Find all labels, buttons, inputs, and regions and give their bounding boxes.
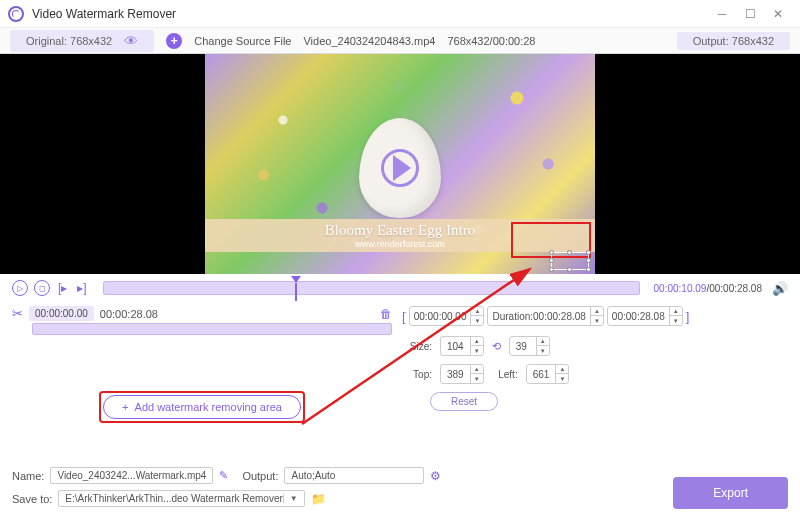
step-up[interactable]: ▲ [591, 307, 603, 316]
volume-icon[interactable]: 🔊 [772, 281, 788, 296]
change-source-button[interactable]: Change Source File [194, 35, 291, 47]
segment-row: ✂ 00:00:00.00 00:00:28.08 🗑 [12, 306, 392, 321]
file-meta: 768x432/00:00:28 [447, 35, 535, 47]
resize-handle[interactable] [586, 258, 591, 263]
current-filename: Video_240324204843.mp4 [303, 35, 435, 47]
current-time: 00:00:10.09 [654, 283, 707, 294]
segment-end-time: 00:00:28.08 [100, 308, 158, 320]
top-input[interactable]: 389 ▲▼ [440, 364, 484, 384]
add-watermark-area-button[interactable]: + Add watermark removing area [103, 395, 301, 419]
trim-duration-input[interactable]: Duration:00:00:28.08 ▲▼ [487, 306, 603, 326]
trim-start-input[interactable]: 00:00:00.00 ▲▼ [409, 306, 485, 326]
step-up[interactable]: ▲ [471, 307, 483, 316]
reset-button[interactable]: Reset [430, 392, 498, 411]
left-input[interactable]: 661 ▲▼ [526, 364, 570, 384]
plus-icon: + [122, 401, 128, 413]
segment-bar[interactable] [32, 323, 392, 335]
playhead[interactable] [291, 276, 301, 283]
resize-handle[interactable] [586, 267, 591, 272]
watermark-selection[interactable] [551, 252, 589, 270]
titlebar: Video Watermark Remover ─ ☐ ✕ [0, 0, 800, 28]
export-button[interactable]: Export [673, 477, 788, 509]
top-label: Top: [402, 369, 432, 380]
trim-end-input[interactable]: 00:00:28.08 ▲▼ [607, 306, 683, 326]
step-down[interactable]: ▼ [591, 316, 603, 325]
resize-handle[interactable] [586, 250, 591, 255]
save-path-dropdown[interactable]: E:\ArkThinker\ArkThin...deo Watermark Re… [58, 490, 304, 507]
original-resolution-label: Original: 768x432 [26, 35, 112, 47]
output-settings-icon[interactable]: ⚙ [430, 469, 441, 483]
delete-segment-button[interactable]: 🗑 [380, 307, 392, 321]
footer-controls: Name: Video_2403242...Watermark.mp4 ✎ Ou… [12, 467, 788, 513]
close-button[interactable]: ✕ [764, 4, 792, 24]
play-button[interactable]: ▷ [12, 280, 28, 296]
resize-handle[interactable] [549, 267, 554, 272]
original-badge: Original: 768x432 👁 [10, 30, 154, 52]
edit-name-icon[interactable]: ✎ [219, 469, 228, 482]
width-input[interactable]: 104 ▲▼ [440, 336, 484, 356]
prev-frame-button[interactable]: [▸ [56, 281, 69, 295]
step-up[interactable]: ▲ [670, 307, 682, 316]
segment-start-time: 00:00:00.00 [29, 306, 94, 321]
trim-controls: [ 00:00:00.00 ▲▼ Duration:00:00:28.08 ▲▼… [402, 306, 788, 326]
playback-controls: ▷ ◻ [▸ ▸] 00:00:10.09/00:00:28.08 🔊 [0, 274, 800, 302]
resize-handle[interactable] [549, 258, 554, 263]
saveto-label: Save to: [12, 493, 52, 505]
video-frame: Bloomy Easter Egg Intro www.renderforest… [205, 54, 595, 274]
name-label: Name: [12, 470, 44, 482]
total-time: /00:00:28.08 [706, 283, 762, 294]
height-input[interactable]: 39 ▲▼ [509, 336, 550, 356]
timeline-track[interactable] [103, 281, 640, 295]
open-folder-icon[interactable]: 📁 [311, 492, 326, 506]
link-aspect-icon[interactable]: ⟲ [492, 340, 501, 353]
chevron-down-icon[interactable]: ▼ [283, 494, 298, 503]
add-source-icon[interactable]: + [166, 33, 182, 49]
app-title: Video Watermark Remover [32, 7, 176, 21]
app-logo-icon [8, 6, 24, 22]
trim-end-bracket[interactable]: ] [686, 309, 690, 324]
output-name-field[interactable]: Video_2403242...Watermark.mp4 [50, 467, 213, 484]
stop-button[interactable]: ◻ [34, 280, 50, 296]
maximize-button[interactable]: ☐ [736, 4, 764, 24]
left-label: Left: [492, 369, 518, 380]
video-preview[interactable]: Bloomy Easter Egg Intro www.renderforest… [0, 54, 800, 274]
minimize-button[interactable]: ─ [708, 4, 736, 24]
scissors-icon[interactable]: ✂ [12, 306, 23, 321]
output-label: Output: [242, 470, 278, 482]
trim-start-bracket[interactable]: [ [402, 309, 406, 324]
highlight-rect: + Add watermark removing area [99, 391, 305, 423]
output-resolution-label: Output: 768x432 [677, 32, 790, 50]
output-format-field[interactable]: Auto;Auto [284, 467, 424, 484]
resize-handle[interactable] [567, 267, 572, 272]
step-down[interactable]: ▼ [670, 316, 682, 325]
size-label: Size: [402, 341, 432, 352]
add-area-label: Add watermark removing area [135, 401, 282, 413]
toolbar: Original: 768x432 👁 + Change Source File… [0, 28, 800, 54]
resize-handle[interactable] [567, 250, 572, 255]
next-frame-button[interactable]: ▸] [75, 281, 88, 295]
step-down[interactable]: ▼ [471, 316, 483, 325]
preview-toggle-icon[interactable]: 👁 [124, 33, 138, 49]
resize-handle[interactable] [549, 250, 554, 255]
